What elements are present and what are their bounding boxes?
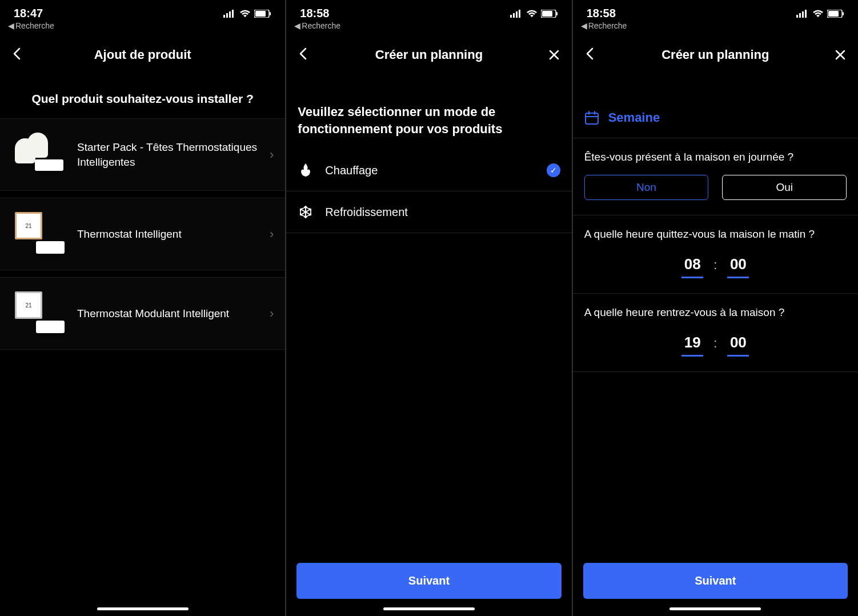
back-to-app[interactable]: ◀ Recherche: [573, 20, 858, 37]
svg-rect-9: [516, 11, 518, 18]
wifi-icon: [812, 10, 824, 18]
question-text: A quelle heure rentrez-vous à la maison …: [584, 306, 847, 319]
question-presence: Êtes-vous présent à la maison en journée…: [573, 138, 858, 215]
week-header[interactable]: Semaine: [573, 95, 858, 138]
svg-rect-10: [519, 10, 520, 18]
status-icons: [223, 10, 271, 18]
check-icon: ✓: [547, 163, 560, 177]
battery-icon: [254, 10, 271, 18]
svg-rect-15: [799, 13, 801, 18]
product-label: Thermostat Intelligent: [77, 227, 258, 242]
svg-rect-3: [232, 10, 234, 18]
back-app-label: Recherche: [15, 21, 54, 30]
question-return-time: A quelle heure rentrez-vous à la maison …: [573, 294, 858, 372]
signal-icon: [796, 10, 809, 18]
nav-header: Créer un planning: [573, 37, 858, 73]
mode-item-heating[interactable]: Chauffage ✓: [286, 150, 571, 191]
chevron-left-icon: [13, 47, 21, 60]
product-item-starter-pack[interactable]: Starter Pack - Têtes Thermostatiques Int…: [0, 118, 285, 191]
home-indicator[interactable]: [669, 607, 761, 610]
back-button[interactable]: [13, 46, 21, 64]
chevron-right-icon: ›: [270, 227, 274, 242]
battery-icon: [541, 10, 558, 18]
screen-add-product: 18:47 ◀ Recherche Ajout de produit Quel …: [0, 0, 285, 616]
back-to-app[interactable]: ◀ Recherche: [0, 20, 285, 37]
mode-item-cooling[interactable]: Refroidissement: [286, 191, 571, 233]
minute-input[interactable]: 00: [727, 255, 749, 278]
content-area: Veuillez sélectionner un mode de fonctio…: [286, 73, 571, 555]
mode-label: Refroidissement: [325, 206, 560, 219]
close-icon: [835, 50, 845, 60]
svg-rect-1: [226, 13, 228, 18]
option-yes[interactable]: Oui: [722, 175, 847, 200]
mode-label: Chauffage: [325, 164, 535, 177]
toggle-row: Non Oui: [584, 175, 847, 200]
status-time: 18:47: [14, 7, 43, 20]
status-bar: 18:47: [0, 0, 285, 20]
svg-rect-19: [828, 11, 839, 17]
time-separator: :: [713, 336, 717, 354]
status-time: 18:58: [300, 7, 329, 20]
back-button[interactable]: [299, 46, 307, 64]
week-label: Semaine: [608, 110, 660, 125]
footer: Suivant: [573, 555, 858, 616]
calendar-icon: [584, 110, 599, 125]
product-label: Thermostat Modulant Intelligent: [77, 306, 258, 321]
product-label: Starter Pack - Têtes Thermostatiques Int…: [77, 140, 258, 169]
home-indicator[interactable]: [383, 607, 475, 610]
hour-input[interactable]: 19: [681, 334, 703, 357]
signal-icon: [510, 10, 523, 18]
time-separator: :: [713, 258, 717, 276]
snowflake-icon: [298, 204, 314, 220]
content-area: Quel produit souhaitez-vous installer ? …: [0, 73, 285, 616]
nav-header: Ajout de produit: [0, 37, 285, 73]
back-triangle-icon: ◀: [8, 21, 14, 30]
page-title: Créer un planning: [375, 47, 483, 62]
svg-rect-0: [223, 15, 225, 18]
signal-icon: [223, 10, 236, 18]
hour-input[interactable]: 08: [681, 255, 703, 278]
back-triangle-icon: ◀: [581, 21, 587, 30]
svg-rect-21: [586, 113, 598, 124]
status-bar: 18:58: [286, 0, 571, 20]
heading: Veuillez sélectionner un mode de fonctio…: [286, 73, 571, 150]
next-button[interactable]: Suivant: [296, 563, 561, 599]
svg-rect-14: [796, 15, 798, 18]
screen-create-planning-mode: 18:58 ◀ Recherche Créer un planning Veui…: [286, 0, 571, 616]
product-image: [11, 289, 66, 338]
product-image: [11, 210, 66, 258]
status-bar: 18:58: [573, 0, 858, 20]
svg-rect-17: [805, 10, 807, 18]
svg-rect-6: [270, 12, 271, 15]
heading: Quel produit souhaitez-vous installer ?: [0, 73, 285, 118]
time-picker-leave: 08 : 00: [584, 255, 847, 278]
option-no[interactable]: Non: [584, 175, 709, 200]
minute-input[interactable]: 00: [727, 334, 749, 357]
back-app-label: Recherche: [588, 21, 627, 30]
question-leave-time: A quelle heure quittez-vous la maison le…: [573, 215, 858, 294]
wifi-icon: [239, 10, 251, 18]
svg-rect-8: [513, 13, 515, 18]
home-indicator[interactable]: [97, 607, 189, 610]
page-title: Créer un planning: [661, 47, 769, 62]
footer: Suivant: [286, 555, 571, 616]
close-button[interactable]: [835, 46, 845, 64]
back-to-app[interactable]: ◀ Recherche: [286, 20, 571, 37]
product-item-modulating-thermostat[interactable]: Thermostat Modulant Intelligent ›: [0, 277, 285, 350]
svg-rect-2: [229, 11, 231, 18]
back-button[interactable]: [586, 46, 594, 64]
status-time: 18:58: [587, 7, 616, 20]
chevron-right-icon: ›: [270, 147, 274, 162]
product-image: [11, 130, 66, 179]
next-button[interactable]: Suivant: [583, 563, 848, 599]
close-icon: [549, 50, 559, 60]
svg-rect-5: [255, 11, 266, 17]
chevron-left-icon: [299, 47, 307, 60]
close-button[interactable]: [549, 46, 559, 64]
status-icons: [796, 10, 844, 18]
chevron-left-icon: [586, 47, 594, 60]
product-item-thermostat[interactable]: Thermostat Intelligent ›: [0, 198, 285, 270]
time-picker-return: 19 : 00: [584, 334, 847, 357]
battery-icon: [827, 10, 844, 18]
svg-rect-12: [542, 11, 552, 17]
